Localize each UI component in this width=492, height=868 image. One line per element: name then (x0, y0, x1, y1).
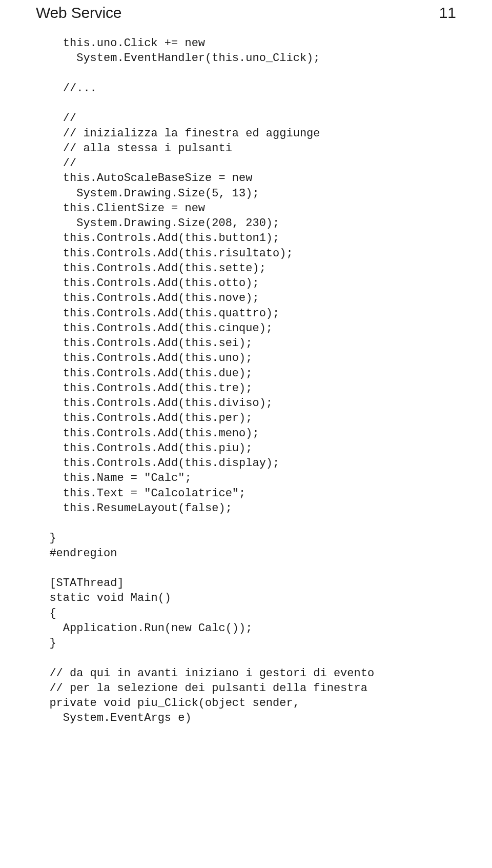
code-block: this.uno.Click += new System.EventHandle… (36, 36, 456, 726)
header-title: Web Service (36, 4, 121, 22)
header-page-number: 11 (439, 4, 456, 22)
page-header: Web Service 11 (36, 0, 456, 36)
page-container: Web Service 11 this.uno.Click += new Sys… (0, 0, 492, 757)
